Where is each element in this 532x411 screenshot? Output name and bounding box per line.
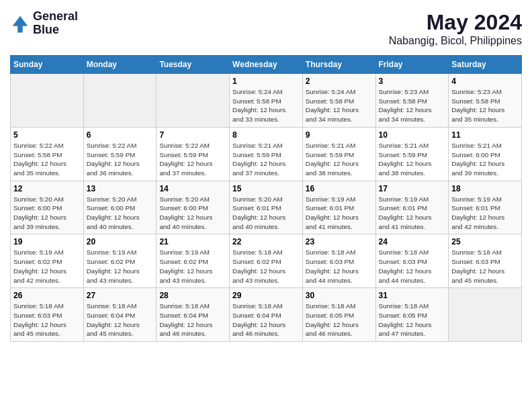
- header-saturday: Saturday: [449, 56, 522, 74]
- table-row: 10Sunrise: 5:21 AM Sunset: 5:59 PM Dayli…: [375, 127, 449, 181]
- day-info: Sunrise: 5:18 AM Sunset: 6:05 PM Dayligh…: [306, 302, 373, 338]
- day-number: 20: [87, 237, 154, 246]
- table-row: 24Sunrise: 5:18 AM Sunset: 6:03 PM Dayli…: [375, 234, 449, 288]
- table-row: 3Sunrise: 5:23 AM Sunset: 5:58 PM Daylig…: [375, 74, 449, 128]
- logo-icon: [10, 13, 30, 34]
- calendar-week-row: 1Sunrise: 5:24 AM Sunset: 5:58 PM Daylig…: [11, 74, 522, 128]
- table-row: [83, 74, 157, 128]
- day-number: 31: [379, 291, 446, 300]
- day-info: Sunrise: 5:18 AM Sunset: 6:03 PM Dayligh…: [379, 248, 446, 285]
- day-number: 21: [159, 237, 226, 246]
- table-row: 20Sunrise: 5:19 AM Sunset: 6:02 PM Dayli…: [83, 234, 157, 288]
- day-number: 15: [232, 184, 300, 193]
- day-number: 11: [451, 130, 519, 140]
- table-row: 9Sunrise: 5:21 AM Sunset: 5:59 PM Daylig…: [302, 127, 375, 181]
- day-number: 17: [379, 184, 446, 193]
- table-row: 19Sunrise: 5:19 AM Sunset: 6:02 PM Dayli…: [11, 234, 84, 288]
- day-info: Sunrise: 5:22 AM Sunset: 5:59 PM Dayligh…: [159, 141, 226, 178]
- day-number: 23: [306, 237, 373, 246]
- day-number: 12: [13, 184, 81, 193]
- table-row: [11, 74, 84, 128]
- page-header: General Blue May 2024 Nabangig, Bicol, P…: [10, 10, 522, 47]
- table-row: 8Sunrise: 5:21 AM Sunset: 5:59 PM Daylig…: [230, 127, 303, 181]
- table-row: 14Sunrise: 5:20 AM Sunset: 6:00 PM Dayli…: [157, 181, 230, 234]
- day-info: Sunrise: 5:21 AM Sunset: 6:00 PM Dayligh…: [451, 141, 519, 178]
- day-info: Sunrise: 5:21 AM Sunset: 5:59 PM Dayligh…: [232, 141, 300, 178]
- day-info: Sunrise: 5:19 AM Sunset: 6:02 PM Dayligh…: [159, 248, 226, 285]
- month-title: May 2024: [389, 10, 522, 35]
- day-info: Sunrise: 5:24 AM Sunset: 5:58 PM Dayligh…: [232, 87, 300, 124]
- table-row: 21Sunrise: 5:19 AM Sunset: 6:02 PM Dayli…: [157, 234, 230, 288]
- table-row: 6Sunrise: 5:22 AM Sunset: 5:59 PM Daylig…: [83, 127, 157, 181]
- day-number: 9: [306, 130, 373, 140]
- day-number: 5: [13, 130, 81, 140]
- day-info: Sunrise: 5:19 AM Sunset: 6:02 PM Dayligh…: [87, 248, 154, 285]
- day-number: 6: [87, 130, 154, 140]
- table-row: 12Sunrise: 5:20 AM Sunset: 6:00 PM Dayli…: [11, 181, 84, 234]
- table-row: 30Sunrise: 5:18 AM Sunset: 6:05 PM Dayli…: [302, 288, 375, 342]
- day-info: Sunrise: 5:20 AM Sunset: 6:00 PM Dayligh…: [13, 195, 81, 232]
- table-row: 4Sunrise: 5:23 AM Sunset: 5:58 PM Daylig…: [449, 74, 522, 128]
- day-info: Sunrise: 5:23 AM Sunset: 5:58 PM Dayligh…: [379, 87, 446, 124]
- day-info: Sunrise: 5:20 AM Sunset: 6:01 PM Dayligh…: [232, 195, 300, 232]
- day-number: 14: [159, 184, 226, 193]
- header-friday: Friday: [375, 56, 449, 74]
- day-info: Sunrise: 5:19 AM Sunset: 6:01 PM Dayligh…: [451, 195, 519, 232]
- day-info: Sunrise: 5:19 AM Sunset: 6:01 PM Dayligh…: [306, 195, 373, 232]
- day-number: 18: [451, 184, 519, 193]
- table-row: 26Sunrise: 5:18 AM Sunset: 6:03 PM Dayli…: [11, 288, 84, 342]
- day-number: 10: [379, 130, 446, 140]
- day-number: 29: [232, 291, 300, 300]
- day-info: Sunrise: 5:21 AM Sunset: 5:59 PM Dayligh…: [379, 141, 446, 178]
- table-row: 13Sunrise: 5:20 AM Sunset: 6:00 PM Dayli…: [83, 181, 157, 234]
- day-number: 27: [87, 291, 154, 300]
- day-number: 7: [159, 130, 226, 140]
- table-row: 2Sunrise: 5:24 AM Sunset: 5:58 PM Daylig…: [302, 74, 375, 128]
- table-row: 1Sunrise: 5:24 AM Sunset: 5:58 PM Daylig…: [230, 74, 303, 128]
- day-info: Sunrise: 5:22 AM Sunset: 5:59 PM Dayligh…: [87, 141, 154, 178]
- table-row: 25Sunrise: 5:18 AM Sunset: 6:03 PM Dayli…: [449, 234, 522, 288]
- day-info: Sunrise: 5:19 AM Sunset: 6:02 PM Dayligh…: [13, 248, 81, 285]
- table-row: 31Sunrise: 5:18 AM Sunset: 6:05 PM Dayli…: [375, 288, 449, 342]
- logo-line2: Blue: [33, 24, 78, 37]
- day-number: 19: [13, 237, 81, 246]
- logo-line1: General: [33, 10, 78, 24]
- calendar-week-row: 5Sunrise: 5:22 AM Sunset: 5:58 PM Daylig…: [11, 127, 522, 181]
- day-info: Sunrise: 5:20 AM Sunset: 6:00 PM Dayligh…: [87, 195, 154, 232]
- table-row: 29Sunrise: 5:18 AM Sunset: 6:04 PM Dayli…: [230, 288, 303, 342]
- calendar-week-row: 26Sunrise: 5:18 AM Sunset: 6:03 PM Dayli…: [11, 288, 522, 342]
- calendar-week-row: 12Sunrise: 5:20 AM Sunset: 6:00 PM Dayli…: [11, 181, 522, 234]
- day-number: 30: [306, 291, 373, 300]
- day-number: 26: [13, 291, 81, 300]
- table-row: 11Sunrise: 5:21 AM Sunset: 6:00 PM Dayli…: [449, 127, 522, 181]
- day-number: 16: [306, 184, 373, 193]
- day-number: 13: [87, 184, 154, 193]
- day-info: Sunrise: 5:18 AM Sunset: 6:03 PM Dayligh…: [451, 248, 519, 285]
- header-sunday: Sunday: [11, 56, 84, 74]
- location-title: Nabangig, Bicol, Philippines: [389, 35, 522, 47]
- day-number: 2: [306, 77, 373, 86]
- header-monday: Monday: [83, 56, 157, 74]
- table-row: 17Sunrise: 5:19 AM Sunset: 6:01 PM Dayli…: [375, 181, 449, 234]
- day-info: Sunrise: 5:18 AM Sunset: 6:04 PM Dayligh…: [159, 302, 226, 338]
- calendar-table: Sunday Monday Tuesday Wednesday Thursday…: [10, 55, 522, 342]
- header-thursday: Thursday: [302, 56, 375, 74]
- day-info: Sunrise: 5:18 AM Sunset: 6:02 PM Dayligh…: [232, 248, 300, 285]
- header-wednesday: Wednesday: [230, 56, 303, 74]
- day-info: Sunrise: 5:21 AM Sunset: 5:59 PM Dayligh…: [306, 141, 373, 178]
- day-info: Sunrise: 5:24 AM Sunset: 5:58 PM Dayligh…: [306, 87, 373, 124]
- table-row: 28Sunrise: 5:18 AM Sunset: 6:04 PM Dayli…: [157, 288, 230, 342]
- table-row: 7Sunrise: 5:22 AM Sunset: 5:59 PM Daylig…: [157, 127, 230, 181]
- logo-text: General Blue: [33, 10, 78, 37]
- svg-marker-0: [13, 16, 28, 33]
- day-info: Sunrise: 5:18 AM Sunset: 6:04 PM Dayligh…: [87, 302, 154, 338]
- table-row: 18Sunrise: 5:19 AM Sunset: 6:01 PM Dayli…: [449, 181, 522, 234]
- day-number: 24: [379, 237, 446, 246]
- weekday-header-row: Sunday Monday Tuesday Wednesday Thursday…: [11, 56, 522, 74]
- day-number: 3: [379, 77, 446, 86]
- day-info: Sunrise: 5:18 AM Sunset: 6:05 PM Dayligh…: [379, 302, 446, 338]
- day-number: 25: [451, 237, 519, 246]
- day-number: 8: [232, 130, 300, 140]
- day-info: Sunrise: 5:20 AM Sunset: 6:00 PM Dayligh…: [159, 195, 226, 232]
- day-info: Sunrise: 5:18 AM Sunset: 6:03 PM Dayligh…: [13, 302, 81, 338]
